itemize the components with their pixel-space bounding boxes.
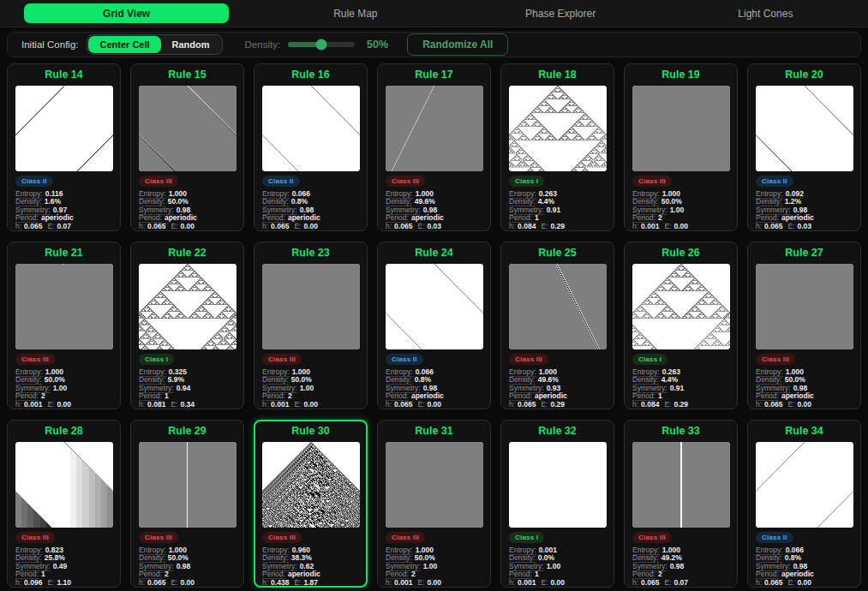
stat-label: h: — [632, 578, 638, 588]
class-badge: Class III — [386, 532, 425, 543]
tab-grid-view[interactable]: Grid View — [24, 3, 229, 23]
stat-value: 1.6% — [45, 197, 61, 206]
rule-title: Rule 31 — [415, 425, 452, 438]
density-slider[interactable] — [288, 39, 355, 51]
config-option-random[interactable]: Random — [161, 36, 221, 53]
rule-stats: Entropy:0.823Density:25.8%Symmetry:0.49P… — [15, 546, 112, 588]
stat-label: h: — [756, 400, 762, 409]
stat-value: 0.00 — [303, 222, 318, 230]
stat-value: 1.00 — [670, 206, 685, 214]
rule-title: Rule 29 — [168, 425, 206, 438]
stat-label: h: — [386, 578, 392, 588]
rule-stats: Entropy:0.066Density:0.8%Symmetry:0.98Pe… — [262, 190, 359, 231]
rule-card-23[interactable]: Rule 23 Class III Entropy:1.000Density:5… — [254, 242, 368, 409]
stat-value: 50.0% — [415, 553, 435, 562]
stat-value: 1.000 — [416, 189, 434, 198]
rule-card-21[interactable]: Rule 21 Class III Entropy:1.000Density:5… — [7, 242, 121, 409]
stat-value: aperiodic — [781, 213, 814, 222]
stat-value: 0.98 — [670, 562, 685, 570]
class-badge: Class III — [262, 354, 302, 365]
initial-config-label: Initial Config: — [21, 39, 78, 50]
stat-value: 50.0% — [45, 375, 65, 384]
rule-thumbnail — [632, 264, 730, 349]
stat-row-h-e: h:0.065E:0.00 — [756, 579, 853, 588]
randomize-all-button[interactable]: Randomize All — [407, 33, 508, 56]
rule-stats: Entropy:1.000Density:49.2%Symmetry:0.98P… — [632, 546, 729, 588]
rule-card-27[interactable]: Rule 27 Class III Entropy:1.000Density:5… — [747, 242, 861, 409]
rule-card-30[interactable]: Rule 30 Class III Entropy:0.960Density:3… — [254, 420, 368, 588]
rule-card-20[interactable]: Rule 20 Class II Entropy:0.092Density:1.… — [747, 63, 861, 231]
rule-stats: Entropy:1.000Density:50.0%Symmetry:0.98P… — [139, 190, 236, 231]
stat-value: 0.00 — [550, 578, 565, 587]
rule-card-25[interactable]: Rule 25 Class III Entropy:1.000Density:4… — [500, 242, 614, 409]
stat-value: aperiodic — [411, 391, 444, 400]
tab-light-cones[interactable]: Light Cones — [663, 0, 868, 27]
rule-stats: Entropy:1.000Density:49.6%Symmetry:0.93P… — [509, 368, 606, 409]
tab-phase-explorer[interactable]: Phase Explorer — [458, 0, 663, 27]
stat-value: aperiodic — [288, 570, 320, 578]
rule-stats: Entropy:0.116Density:1.6%Symmetry:0.97Pe… — [15, 190, 112, 231]
stat-value: 50.0% — [661, 197, 682, 206]
stat-value: 0.98 — [793, 206, 808, 214]
rule-stats: Entropy:0.263Density:4.4%Symmetry:0.91Pe… — [509, 190, 606, 231]
rule-card-31[interactable]: Rule 31 Class III Entropy:1.000Density:5… — [377, 420, 491, 588]
rule-card-33[interactable]: Rule 33 Class III Entropy:1.000Density:4… — [624, 420, 738, 588]
stat-row-h-e: h:0.001E:0.00 — [262, 401, 359, 409]
stat-value: 0.00 — [303, 400, 318, 409]
rule-stats: Entropy:0.325Density:5.9%Symmetry:0.94Pe… — [139, 368, 236, 409]
rule-card-16[interactable]: Rule 16 Class II Entropy:0.066Density:0.… — [254, 63, 368, 231]
stat-value: 2 — [288, 391, 292, 400]
class-badge: Class III — [139, 532, 178, 543]
rule-card-32[interactable]: Rule 32 Class I Entropy:0.001Density:0.0… — [500, 420, 614, 588]
stat-label: E: — [787, 578, 794, 588]
rule-thumbnail — [386, 86, 483, 171]
stat-value: 1.87 — [303, 578, 318, 587]
config-option-center-cell[interactable]: Center Cell — [88, 36, 160, 53]
rule-title: Rule 14 — [45, 69, 82, 81]
rule-title: Rule 30 — [291, 425, 329, 438]
density-value: 50% — [367, 39, 388, 51]
rule-card-17[interactable]: Rule 17 Class III Entropy:1.000Density:4… — [377, 63, 491, 231]
tab-rule-map[interactable]: Rule Map — [253, 0, 458, 27]
stat-label: h: — [509, 400, 515, 409]
rule-card-26[interactable]: Rule 26 Class I Entropy:0.263Density:4.4… — [624, 242, 738, 409]
class-badge: Class III — [139, 176, 178, 187]
class-badge: Class II — [756, 532, 793, 543]
rule-thumbnail — [756, 86, 853, 171]
stat-value: 1.000 — [786, 367, 804, 376]
rule-card-28[interactable]: Rule 28 Class III Entropy:0.823Density:2… — [7, 420, 121, 588]
rule-card-15[interactable]: Rule 15 Class III Entropy:1.000Density:5… — [130, 63, 244, 231]
stat-label: h: — [756, 222, 762, 231]
stat-value: 0.001 — [394, 578, 412, 587]
rule-card-14[interactable]: Rule 14 Class II Entropy:0.116Density:1.… — [7, 63, 121, 231]
rule-thumbnail — [632, 86, 730, 171]
stat-label: h: — [509, 578, 515, 588]
stat-value: 49.2% — [661, 553, 682, 562]
class-badge: Class III — [509, 354, 548, 365]
stat-label: h: — [386, 222, 392, 231]
stat-value: 0.823 — [45, 546, 63, 554]
stat-value: 0.98 — [793, 384, 808, 392]
rule-grid: Rule 14 Class II Entropy:0.116Density:1.… — [0, 57, 868, 591]
rule-thumbnail — [262, 442, 360, 528]
stat-label: h: — [509, 222, 515, 231]
stat-row-h-e: h:0.065E:0.00 — [139, 579, 236, 588]
rule-card-34[interactable]: Rule 34 Class II Entropy:0.066Density:0.… — [747, 420, 861, 588]
rule-card-24[interactable]: Rule 24 Class II Entropy:0.066Density:0.… — [377, 242, 491, 409]
rule-card-22[interactable]: Rule 22 Class I Entropy:0.325Density:5.9… — [130, 242, 244, 409]
stat-label: E: — [541, 222, 548, 231]
view-tabbar: Grid ViewRule MapPhase ExplorerLight Con… — [0, 0, 868, 27]
stat-value: 50.0% — [168, 197, 189, 206]
stat-value: 0.94 — [177, 384, 191, 392]
stat-label: h: — [632, 222, 638, 231]
rule-card-18[interactable]: Rule 18 Class I Entropy:0.263Density:4.4… — [500, 63, 614, 231]
stat-value: 1.000 — [662, 546, 680, 554]
stat-value: 0.001 — [24, 400, 42, 409]
density-slider-knob[interactable] — [316, 39, 327, 51]
stat-value: 0.00 — [797, 578, 811, 587]
stat-value: 1.00 — [300, 384, 314, 392]
stat-value: 0.00 — [57, 400, 71, 409]
rule-card-29[interactable]: Rule 29 Class III Entropy:1.000Density:5… — [130, 420, 244, 588]
rule-card-19[interactable]: Rule 19 Class III Entropy:1.000Density:5… — [624, 63, 738, 231]
stat-row-h-e: h:0.001E:0.00 — [386, 579, 482, 588]
